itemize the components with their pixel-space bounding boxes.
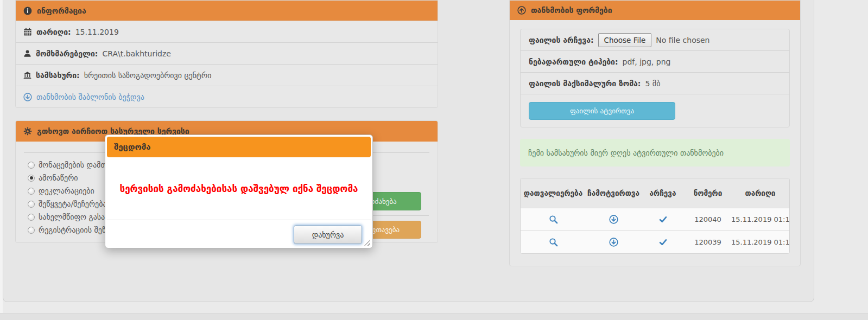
radio-unchecked-icon[interactable] <box>28 162 35 169</box>
col-select: არჩევა <box>641 189 685 197</box>
radio-unchecked-icon[interactable] <box>28 188 35 195</box>
col-download: ჩამოტვირთვა <box>586 189 641 197</box>
uploaded-today-notice: ჩემი სამსახურის მიერ დღეს ატვირთული თანხ… <box>520 139 790 167</box>
error-dialog-body: სერვისის გამოძახებისას დაშვებულ იქნა შეც… <box>107 157 371 220</box>
info-panel: ინფორმაცია თარიღი: 15.11.2019 მომხმარებე… <box>15 0 438 108</box>
date-label: თარიღი: <box>36 28 71 36</box>
col-view: დათვალიერება <box>521 189 586 197</box>
col-number: ნომერი <box>685 189 731 197</box>
error-dialog-title: შეცდომა <box>114 142 151 152</box>
print-consent-template-link[interactable]: თანხმობის შაბლონის ბეჭდვა <box>16 86 438 107</box>
page-footer <box>0 313 868 320</box>
max-size-label: ფაილის მაქსიმალური ზომა: <box>529 79 641 88</box>
table-row: 120040 15.11.2019 01:19 <box>521 208 789 231</box>
service-option-label: ამონაწერი <box>39 174 78 182</box>
consent-number: 120039 <box>685 238 731 246</box>
upload-form: ფაილის არჩევა: Choose File No file chose… <box>520 29 790 127</box>
info-panel-title: ინფორმაცია <box>37 7 86 15</box>
user-value: CRA\t.bakhturidze <box>102 49 170 58</box>
user-label: მომხმარებელი: <box>36 49 98 58</box>
consents-table-header: დათვალიერება ჩამოტვირთვა არჩევა ნომერი თ… <box>521 178 789 208</box>
bank-icon <box>23 71 31 79</box>
upload-file-button[interactable]: ფაილის ატვირთვა <box>529 102 675 120</box>
check-icon[interactable] <box>659 238 667 246</box>
file-select-row: ფაილის არჩევა: Choose File No file chose… <box>521 29 789 51</box>
file-select-label: ფაილის არჩევა: <box>529 36 594 44</box>
choose-file-button[interactable]: Choose File <box>598 33 652 47</box>
consents-table: დათვალიერება ჩამოტვირთვა არჩევა ნომერი თ… <box>520 178 790 254</box>
file-status-text: No file chosen <box>656 36 709 44</box>
consent-date: 15.11.2019 01:16 <box>731 238 790 246</box>
radio-unchecked-icon[interactable] <box>28 227 35 234</box>
allowed-types-row: ნებადართული ტიპები: pdf, jpg, png <box>521 51 789 73</box>
user-row: მომხმარებელი: CRA\t.bakhturidze <box>16 42 438 64</box>
error-dialog-header[interactable]: შეცდომა <box>107 137 371 157</box>
user-icon <box>23 49 31 57</box>
download-icon[interactable] <box>609 238 618 247</box>
allowed-types-label: ნებადართული ტიპები: <box>529 57 618 66</box>
circle-up-arrow-icon <box>517 6 526 15</box>
check-icon[interactable] <box>659 215 667 223</box>
gear-icon <box>23 127 32 136</box>
error-dialog-footer: დახურვა <box>107 220 371 244</box>
max-size-value: 5 მბ <box>645 79 660 88</box>
allowed-types-value: pdf, jpg, png <box>623 57 671 66</box>
upload-button-row: ფაილის ატვირთვა <box>521 94 789 127</box>
print-link-label: თანხმობის შაბლონის ბეჭდვა <box>36 93 144 101</box>
date-value: 15.11.2019 <box>75 28 119 36</box>
error-message: სერვისის გამოძახებისას დაშვებულ იქნა შეც… <box>120 183 358 194</box>
office-label: სამსახური: <box>36 71 80 80</box>
consent-date: 15.11.2019 01:19 <box>731 215 790 223</box>
max-size-row: ფაილის მაქსიმალური ზომა: 5 მბ <box>521 73 789 94</box>
radio-unchecked-icon[interactable] <box>28 201 35 208</box>
consent-number: 120040 <box>685 215 731 223</box>
office-value: ხრეითის საზოგადოებრივი ცენტრი <box>84 71 212 80</box>
date-row: თარიღი: 15.11.2019 <box>16 21 438 42</box>
calendar-icon <box>23 28 32 36</box>
radio-unchecked-icon[interactable] <box>28 214 35 221</box>
forms-panel-title: თანხმობის ფორმები <box>531 6 612 15</box>
consent-forms-panel: თანხმობის ფორმები ფაილის არჩევა: Choose … <box>509 0 801 266</box>
search-icon[interactable] <box>549 238 558 247</box>
info-panel-header: ინფორმაცია <box>16 1 438 21</box>
service-option-label: შეწყვეტა/შეჩერება <box>39 200 107 208</box>
error-dialog: შეცდომა სერვისის გამოძახებისას დაშვებულ … <box>105 135 373 248</box>
search-icon[interactable] <box>549 215 558 224</box>
service-option-label: დეკლარაციები <box>39 187 94 195</box>
circle-down-arrow-icon <box>23 93 32 101</box>
forms-panel-body: ფაილის არჩევა: Choose File No file chose… <box>510 29 800 254</box>
col-date: თარიღი <box>731 189 789 197</box>
forms-panel-header: თანხმობის ფორმები <box>510 1 800 20</box>
info-icon <box>23 7 32 15</box>
table-row: 120039 15.11.2019 01:16 <box>521 231 789 253</box>
office-row: სამსახური: ხრეითის საზოგადოებრივი ცენტრი <box>16 64 438 86</box>
close-button[interactable]: დახურვა <box>294 225 362 244</box>
download-icon[interactable] <box>609 215 618 224</box>
radio-checked-icon[interactable] <box>28 175 35 182</box>
